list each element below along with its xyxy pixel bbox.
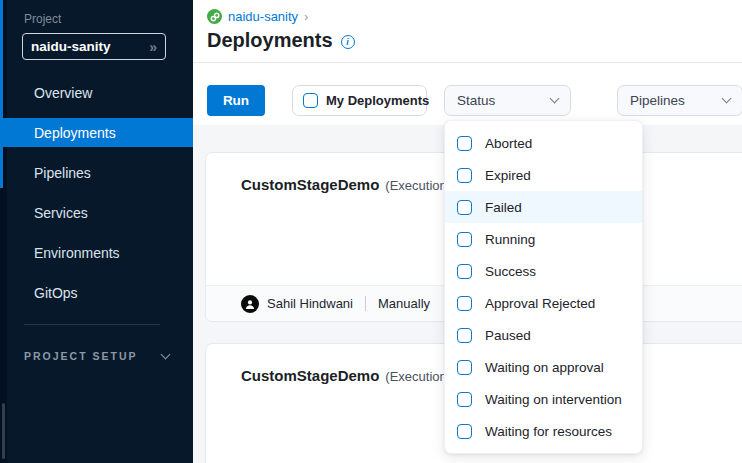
- checkbox[interactable]: [457, 424, 472, 439]
- trigger-type: Manually: [378, 296, 430, 311]
- deployments-page: Project naidu-sanity » Overview Deployme…: [0, 0, 742, 463]
- title-row: Deployments i: [207, 29, 355, 52]
- status-filter-menu: Aborted Expired Failed Running Success A…: [444, 120, 643, 454]
- pipeline-name[interactable]: CustomStageDemo: [241, 176, 379, 193]
- status-option-waiting-on-intervention[interactable]: Waiting on intervention: [445, 383, 642, 415]
- status-filter-label: Status: [457, 93, 495, 108]
- status-option-running[interactable]: Running: [445, 223, 642, 255]
- pipeline-name[interactable]: CustomStageDemo: [241, 367, 379, 384]
- pipelines-filter-label: Pipelines: [630, 93, 685, 108]
- page-title: Deployments: [207, 29, 333, 52]
- checkbox[interactable]: [457, 136, 472, 151]
- triggered-by-user: Sahil Hindwani: [267, 296, 353, 311]
- user-avatar: [241, 295, 259, 313]
- sidebar-item-environments[interactable]: Environments: [0, 238, 193, 267]
- status-option-failed[interactable]: Failed: [445, 191, 642, 223]
- chevron-down-icon: [722, 94, 732, 104]
- sidebar-item-overview[interactable]: Overview: [0, 78, 193, 107]
- cd-module-icon: [207, 9, 222, 24]
- project-label: Project: [24, 12, 61, 26]
- checkbox[interactable]: [457, 328, 472, 343]
- project-sidebar: Project naidu-sanity » Overview Deployme…: [0, 0, 193, 463]
- checkbox[interactable]: [457, 264, 472, 279]
- main-area: naidu-sanity › Deployments i Run My Depl…: [193, 0, 742, 463]
- page-header: naidu-sanity › Deployments i: [193, 0, 742, 63]
- toolbar: Run My Deployments Status Pipelines: [193, 63, 742, 125]
- chevron-down-icon: [550, 94, 560, 104]
- info-icon[interactable]: i: [341, 35, 355, 49]
- my-deployments-label: My Deployments: [326, 93, 429, 108]
- checkbox[interactable]: [457, 200, 472, 215]
- checkbox[interactable]: [457, 392, 472, 407]
- status-option-waiting-on-approval[interactable]: Waiting on approval: [445, 351, 642, 383]
- status-option-expired[interactable]: Expired: [445, 159, 642, 191]
- sidebar-divider: [24, 324, 160, 325]
- checkbox[interactable]: [457, 168, 472, 183]
- sidebar-item-gitops[interactable]: GitOps: [0, 278, 193, 307]
- status-filter-dropdown[interactable]: Status: [444, 85, 571, 116]
- project-name: naidu-sanity: [31, 39, 149, 54]
- project-setup-label: PROJECT SETUP: [24, 350, 138, 362]
- status-option-approval-rejected[interactable]: Approval Rejected: [445, 287, 642, 319]
- expand-project-icon: »: [149, 39, 157, 55]
- breadcrumb-chevron-icon: ›: [304, 9, 308, 24]
- status-option-paused[interactable]: Paused: [445, 319, 642, 351]
- checkbox[interactable]: [457, 232, 472, 247]
- checkbox[interactable]: [457, 360, 472, 375]
- my-deployments-checkbox[interactable]: [303, 93, 318, 108]
- pipelines-filter-dropdown[interactable]: Pipelines: [617, 85, 742, 116]
- run-button[interactable]: Run: [207, 85, 265, 116]
- chevron-down-icon: [161, 349, 171, 359]
- sidebar-item-pipelines[interactable]: Pipelines: [0, 158, 193, 187]
- project-setup-toggle[interactable]: PROJECT SETUP: [24, 350, 169, 362]
- status-option-waiting-for-resources[interactable]: Waiting for resources: [445, 415, 642, 447]
- my-deployments-filter[interactable]: My Deployments: [292, 85, 427, 116]
- sidebar-item-deployments[interactable]: Deployments: [0, 118, 193, 147]
- checkbox[interactable]: [457, 296, 472, 311]
- breadcrumb-project-link[interactable]: naidu-sanity: [228, 9, 298, 24]
- breadcrumb: naidu-sanity ›: [207, 9, 308, 24]
- module-strip-scrollbar[interactable]: [2, 403, 5, 459]
- status-option-success[interactable]: Success: [445, 255, 642, 287]
- sidebar-item-services[interactable]: Services: [0, 198, 193, 227]
- sidebar-nav: Overview Deployments Pipelines Services …: [0, 78, 193, 318]
- project-selector[interactable]: naidu-sanity »: [22, 33, 166, 60]
- footer-divider: [365, 296, 366, 311]
- status-option-aborted[interactable]: Aborted: [445, 127, 642, 159]
